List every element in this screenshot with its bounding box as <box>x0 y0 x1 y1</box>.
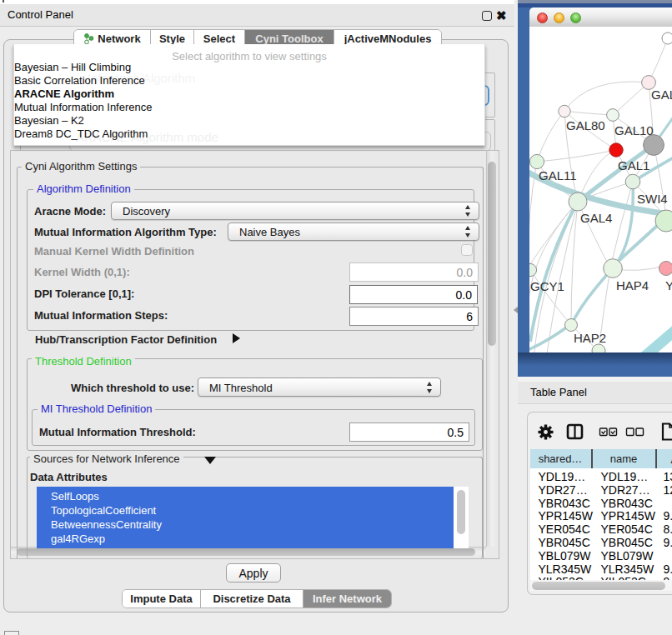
svg-text:HAP2: HAP2 <box>574 331 606 345</box>
svg-text:GAL1: GAL1 <box>618 158 649 172</box>
svg-text:HAP4: HAP4 <box>616 278 649 292</box>
svg-text:YM: YM <box>665 278 672 292</box>
svg-text:SWI4: SWI4 <box>637 192 668 206</box>
svg-text:GCY1: GCY1 <box>530 279 564 293</box>
svg-text:GAL11: GAL11 <box>539 168 577 182</box>
svg-text:GAL10: GAL10 <box>614 123 654 138</box>
svg-text:GAL4: GAL4 <box>580 211 612 225</box>
svg-text:GAL2: GAL2 <box>651 88 672 102</box>
svg-text:GAL80: GAL80 <box>566 118 605 132</box>
